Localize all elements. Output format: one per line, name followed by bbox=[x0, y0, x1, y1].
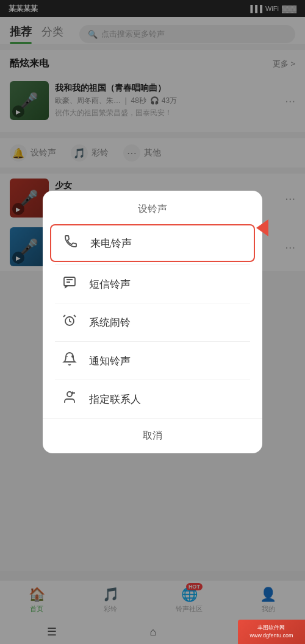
phone-ring-icon bbox=[62, 234, 79, 252]
modal-set-ringtone: 设铃声 来电铃声 bbox=[43, 191, 262, 453]
svg-point-2 bbox=[72, 356, 73, 357]
notify-icon bbox=[61, 352, 78, 370]
modal-item-label-alarm: 系统闹铃 bbox=[89, 316, 131, 330]
contact-icon bbox=[61, 390, 78, 408]
watermark: 丰图软件网 www.dgfentu.com bbox=[249, 624, 293, 639]
modal-item-label-sms: 短信铃声 bbox=[89, 277, 131, 291]
modal-item-ringtone[interactable]: 来电铃声 bbox=[50, 224, 255, 262]
modal-item-sms[interactable]: 短信铃声 bbox=[43, 265, 262, 303]
modal-item-notify[interactable]: 通知铃声 bbox=[43, 342, 262, 380]
modal-item-label-ringtone: 来电铃声 bbox=[90, 236, 132, 250]
arrow-icon bbox=[256, 219, 268, 236]
alarm-icon bbox=[61, 313, 78, 331]
modal-item-alarm[interactable]: 系统闹铃 bbox=[43, 303, 262, 341]
modal-item-contact[interactable]: 指定联系人 bbox=[43, 380, 262, 418]
modal-item-label-notify: 通知铃声 bbox=[89, 354, 131, 368]
svg-point-3 bbox=[67, 392, 72, 397]
modal-cancel-button[interactable]: 取消 bbox=[43, 418, 262, 453]
modal-overlay[interactable]: 设铃声 来电铃声 bbox=[0, 0, 305, 644]
modal-title: 设铃声 bbox=[43, 191, 262, 222]
modal-item-label-contact: 指定联系人 bbox=[89, 392, 141, 406]
sms-icon bbox=[61, 275, 78, 293]
modal-items: 来电铃声 短信铃声 bbox=[43, 224, 262, 418]
svg-rect-0 bbox=[64, 277, 75, 286]
